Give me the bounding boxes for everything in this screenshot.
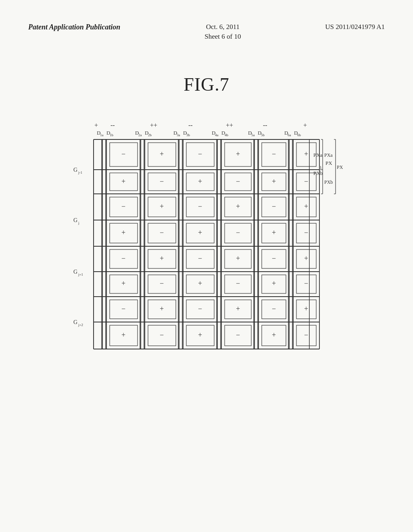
svg-text:−: − bbox=[121, 202, 125, 210]
publication-title: Patent Application Publication bbox=[28, 22, 120, 32]
page: Patent Application Publication Oct. 6, 2… bbox=[0, 0, 413, 532]
svg-text:+: + bbox=[160, 150, 164, 158]
svg-text:+: + bbox=[198, 177, 202, 185]
svg-text:+: + bbox=[303, 122, 307, 129]
svg-text:5a: 5a bbox=[251, 133, 255, 137]
svg-text:2a: 2a bbox=[138, 133, 142, 137]
svg-text:+: + bbox=[160, 202, 164, 210]
svg-text:1b: 1b bbox=[110, 133, 114, 137]
svg-text:−: − bbox=[272, 202, 276, 210]
svg-text:--: -- bbox=[188, 122, 193, 129]
svg-text:−: − bbox=[198, 150, 202, 158]
svg-text:6a: 6a bbox=[288, 133, 291, 137]
svg-text:+: + bbox=[236, 202, 240, 210]
svg-text:−: − bbox=[121, 305, 125, 313]
svg-text:PXa: PXa bbox=[324, 152, 333, 158]
svg-text:−: − bbox=[272, 305, 276, 313]
svg-text:−: − bbox=[304, 177, 308, 185]
svg-text:+: + bbox=[160, 305, 164, 313]
svg-text:G: G bbox=[73, 269, 77, 275]
svg-text:+: + bbox=[160, 254, 164, 262]
svg-text:+: + bbox=[272, 177, 276, 185]
svg-text:j-1: j-1 bbox=[78, 170, 82, 175]
svg-text:+: + bbox=[304, 305, 308, 313]
svg-text:j: j bbox=[78, 221, 79, 225]
svg-text:−: − bbox=[198, 202, 202, 210]
svg-text:+: + bbox=[304, 202, 308, 210]
svg-text:+: + bbox=[121, 177, 125, 185]
svg-text:−: − bbox=[160, 229, 164, 237]
diagram-container: + -- ++ -- ++ -- + D 1a D 1b D 2a D 2b D… bbox=[0, 111, 413, 369]
svg-text:+: + bbox=[236, 254, 240, 262]
figure-title: FIG.7 bbox=[0, 74, 413, 95]
svg-text:+: + bbox=[198, 331, 202, 339]
svg-text:−: − bbox=[304, 331, 308, 339]
svg-text:+: + bbox=[94, 122, 98, 129]
svg-text:PXb: PXb bbox=[324, 179, 333, 185]
svg-text:−: − bbox=[304, 279, 308, 287]
header: Patent Application Publication Oct. 6, 2… bbox=[0, 0, 413, 50]
svg-text:−: − bbox=[236, 331, 240, 339]
circuit-diagram: + -- ++ -- ++ -- + D 1a D 1b D 2a D 2b D… bbox=[61, 111, 352, 369]
svg-text:--: -- bbox=[111, 122, 115, 129]
svg-text:2b: 2b bbox=[148, 133, 152, 137]
svg-text:4b: 4b bbox=[225, 133, 229, 137]
svg-text:−: − bbox=[236, 279, 240, 287]
svg-text:PX: PX bbox=[337, 164, 343, 170]
svg-text:3b: 3b bbox=[186, 133, 190, 137]
diagram-svg: + -- ++ -- ++ -- + D 1a D 1b D 2a D 2b D… bbox=[61, 111, 352, 373]
svg-text:+: + bbox=[236, 305, 240, 313]
svg-text:G: G bbox=[73, 217, 77, 223]
svg-text:G: G bbox=[73, 167, 77, 173]
svg-text:j+1: j+1 bbox=[78, 272, 83, 276]
svg-text:G: G bbox=[73, 319, 77, 325]
svg-text:−: − bbox=[160, 279, 164, 287]
svg-text:5b: 5b bbox=[261, 133, 265, 137]
svg-text:+: + bbox=[272, 279, 276, 287]
svg-text:−: − bbox=[304, 229, 308, 237]
svg-text:+: + bbox=[198, 229, 202, 237]
svg-text:−: − bbox=[236, 177, 240, 185]
svg-text:−: − bbox=[160, 331, 164, 339]
svg-text:+: + bbox=[121, 229, 125, 237]
svg-text:+: + bbox=[236, 150, 240, 158]
svg-text:+: + bbox=[198, 279, 202, 287]
patent-number: US 2011/0241979 A1 bbox=[325, 22, 385, 32]
svg-text:++: ++ bbox=[150, 122, 157, 129]
sheet-info: Sheet 6 of 10 bbox=[204, 33, 241, 40]
svg-text:+: + bbox=[272, 229, 276, 237]
svg-text:−: − bbox=[272, 254, 276, 262]
svg-text:3a: 3a bbox=[177, 133, 180, 137]
svg-text:PXa: PXa bbox=[313, 152, 323, 158]
svg-text:−: − bbox=[236, 229, 240, 237]
svg-text:+: + bbox=[121, 331, 125, 339]
svg-text:−: − bbox=[272, 150, 276, 158]
svg-text:+: + bbox=[121, 279, 125, 287]
svg-text:−: − bbox=[198, 254, 202, 262]
svg-text:PX: PX bbox=[325, 160, 332, 166]
svg-text:4a: 4a bbox=[215, 133, 219, 137]
svg-text:−: − bbox=[121, 150, 125, 158]
svg-text:+: + bbox=[304, 254, 308, 262]
svg-text:j+2: j+2 bbox=[78, 323, 83, 327]
svg-text:++: ++ bbox=[226, 122, 233, 129]
svg-text:+: + bbox=[304, 150, 308, 158]
svg-text:1a: 1a bbox=[100, 133, 104, 137]
svg-text:−: − bbox=[160, 177, 164, 185]
svg-text:+: + bbox=[272, 331, 276, 339]
svg-text:--: -- bbox=[263, 122, 267, 129]
publication-date: Oct. 6, 2011 Sheet 6 of 10 bbox=[204, 22, 241, 42]
svg-text:−: − bbox=[198, 305, 202, 313]
svg-text:6b: 6b bbox=[297, 133, 301, 137]
svg-text:−: − bbox=[121, 254, 125, 262]
